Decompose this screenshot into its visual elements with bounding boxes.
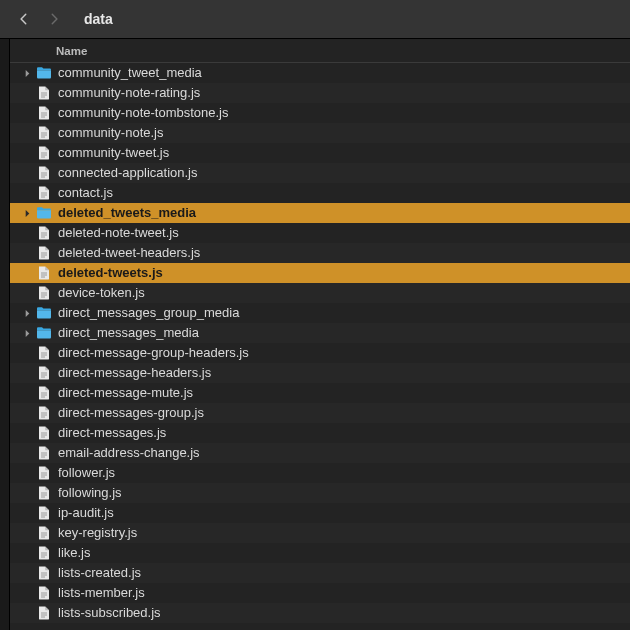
row-label: community-note-rating.js <box>58 83 200 103</box>
file-row[interactable]: like.js <box>10 543 630 563</box>
folder-icon <box>36 65 52 81</box>
file-icon <box>36 105 52 121</box>
disclosure-triangle-icon[interactable] <box>22 208 32 218</box>
file-icon <box>36 125 52 141</box>
file-row[interactable]: contact.js <box>10 183 630 203</box>
file-row[interactable]: connected-application.js <box>10 163 630 183</box>
row-label: community-note.js <box>58 123 163 143</box>
file-icon <box>36 485 52 501</box>
titlebar: data <box>0 0 630 38</box>
file-row[interactable]: community-note-rating.js <box>10 83 630 103</box>
file-icon <box>36 185 52 201</box>
file-row[interactable]: community-note-tombstone.js <box>10 103 630 123</box>
row-label: deleted-tweet-headers.js <box>58 243 200 263</box>
file-row[interactable]: following.js <box>10 483 630 503</box>
row-label: direct_messages_group_media <box>58 303 239 323</box>
row-label: direct-message-headers.js <box>58 363 211 383</box>
file-row[interactable]: deleted-note-tweet.js <box>10 223 630 243</box>
row-label: connected-application.js <box>58 163 197 183</box>
file-icon <box>36 85 52 101</box>
file-icon <box>36 385 52 401</box>
file-icon <box>36 425 52 441</box>
folder-title: data <box>84 11 113 27</box>
folder-icon <box>36 205 52 221</box>
file-browser-window: data Name community_tweet_mediacommunity… <box>0 0 630 630</box>
column-header-row[interactable]: Name <box>10 39 630 63</box>
row-label: community-note-tombstone.js <box>58 103 229 123</box>
nav-forward-button[interactable] <box>40 5 68 33</box>
file-row[interactable]: direct-message-headers.js <box>10 363 630 383</box>
file-icon <box>36 605 52 621</box>
file-row[interactable]: key-registry.js <box>10 523 630 543</box>
file-row[interactable]: deleted-tweets.js <box>10 263 630 283</box>
disclosure-triangle-icon[interactable] <box>22 68 32 78</box>
row-label: following.js <box>58 483 122 503</box>
row-label: deleted-tweets.js <box>58 263 163 283</box>
row-label: follower.js <box>58 463 115 483</box>
body: Name community_tweet_mediacommunity-note… <box>0 38 630 630</box>
file-list[interactable]: community_tweet_mediacommunity-note-rati… <box>10 63 630 630</box>
file-row[interactable]: direct-message-mute.js <box>10 383 630 403</box>
file-icon <box>36 405 52 421</box>
disclosure-triangle-icon[interactable] <box>22 328 32 338</box>
row-label: key-registry.js <box>58 523 137 543</box>
file-row[interactable]: lists-subscribed.js <box>10 603 630 623</box>
file-icon <box>36 265 52 281</box>
row-label: lists-subscribed.js <box>58 603 161 623</box>
column-header-name: Name <box>56 45 87 57</box>
file-icon <box>36 505 52 521</box>
row-label: email-address-change.js <box>58 443 200 463</box>
row-label: direct-messages.js <box>58 423 166 443</box>
row-label: direct_messages_media <box>58 323 199 343</box>
row-label: community_tweet_media <box>58 63 202 83</box>
file-icon <box>36 245 52 261</box>
file-row[interactable]: lists-created.js <box>10 563 630 583</box>
file-icon <box>36 365 52 381</box>
file-row[interactable]: community-tweet.js <box>10 143 630 163</box>
folder-row[interactable]: direct_messages_group_media <box>10 303 630 323</box>
file-row[interactable]: direct-messages.js <box>10 423 630 443</box>
file-row[interactable]: follower.js <box>10 463 630 483</box>
file-icon <box>36 165 52 181</box>
file-row[interactable]: ip-audit.js <box>10 503 630 523</box>
file-icon <box>36 545 52 561</box>
file-row[interactable]: direct-messages-group.js <box>10 403 630 423</box>
file-icon <box>36 145 52 161</box>
file-icon <box>36 465 52 481</box>
folder-icon <box>36 305 52 321</box>
file-icon <box>36 585 52 601</box>
list-wrap: Name community_tweet_mediacommunity-note… <box>10 39 630 630</box>
disclosure-triangle-icon[interactable] <box>22 308 32 318</box>
file-icon <box>36 345 52 361</box>
file-row[interactable]: lists-member.js <box>10 583 630 603</box>
row-label: lists-member.js <box>58 583 145 603</box>
file-icon <box>36 525 52 541</box>
file-icon <box>36 565 52 581</box>
file-row[interactable]: deleted-tweet-headers.js <box>10 243 630 263</box>
row-label: direct-message-group-headers.js <box>58 343 249 363</box>
row-label: community-tweet.js <box>58 143 169 163</box>
file-row[interactable]: direct-message-group-headers.js <box>10 343 630 363</box>
folder-icon <box>36 325 52 341</box>
row-label: deleted_tweets_media <box>58 203 196 223</box>
file-icon <box>36 285 52 301</box>
row-label: direct-message-mute.js <box>58 383 193 403</box>
file-row[interactable]: community-note.js <box>10 123 630 143</box>
row-label: direct-messages-group.js <box>58 403 204 423</box>
folder-row[interactable]: community_tweet_media <box>10 63 630 83</box>
row-label: deleted-note-tweet.js <box>58 223 179 243</box>
file-row[interactable]: device-token.js <box>10 283 630 303</box>
row-label: like.js <box>58 543 91 563</box>
file-icon <box>36 445 52 461</box>
file-row[interactable]: email-address-change.js <box>10 443 630 463</box>
row-label: lists-created.js <box>58 563 141 583</box>
left-gutter <box>0 39 10 630</box>
file-icon <box>36 225 52 241</box>
row-label: contact.js <box>58 183 113 203</box>
nav-back-button[interactable] <box>10 5 38 33</box>
row-label: device-token.js <box>58 283 145 303</box>
folder-row[interactable]: deleted_tweets_media <box>10 203 630 223</box>
folder-row[interactable]: direct_messages_media <box>10 323 630 343</box>
row-label: ip-audit.js <box>58 503 114 523</box>
